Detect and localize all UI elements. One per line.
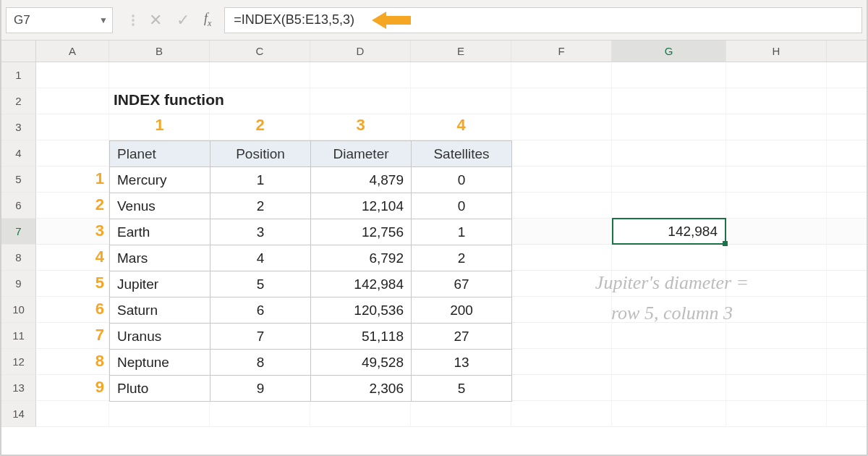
name-box-value: G7 [14, 13, 30, 28]
drag-handle-icon[interactable] [132, 14, 135, 26]
active-cell-value: 142,984 [668, 224, 718, 239]
cells-area[interactable] [36, 62, 867, 427]
row-header-12[interactable]: 12 [1, 349, 36, 375]
row-header-7[interactable]: 7 [1, 219, 36, 245]
grid-body: 1234567891011121314 [1, 62, 867, 427]
fx-icon[interactable]: fx [204, 11, 211, 29]
formula-input[interactable]: =INDEX(B5:E13,5,3) [224, 7, 862, 33]
formula-text: =INDEX(B5:E13,5,3) [234, 12, 354, 28]
column-header-H[interactable]: H [726, 41, 827, 62]
name-box-dropdown-icon[interactable]: ▼ [99, 15, 108, 25]
row-header-2[interactable]: 2 [1, 88, 36, 114]
column-header-D[interactable]: D [310, 41, 411, 62]
column-header-A[interactable]: A [36, 41, 109, 62]
row-header-4[interactable]: 4 [1, 140, 36, 166]
row-header-5[interactable]: 5 [1, 166, 36, 193]
row-header-10[interactable]: 10 [1, 297, 36, 323]
column-header-C[interactable]: C [210, 41, 310, 62]
row-headers: 1234567891011121314 [1, 62, 36, 427]
row-header-9[interactable]: 9 [1, 271, 36, 297]
column-header-G[interactable]: G [612, 41, 726, 62]
name-box[interactable]: G7 ▼ [6, 7, 113, 33]
row-header-14[interactable]: 14 [1, 401, 36, 427]
cancel-icon[interactable]: ✕ [149, 11, 162, 30]
select-all-corner[interactable] [1, 41, 36, 62]
row-header-6[interactable]: 6 [1, 193, 36, 219]
row-header-3[interactable]: 3 [1, 114, 36, 140]
row-header-8[interactable]: 8 [1, 245, 36, 271]
row-header-13[interactable]: 13 [1, 375, 36, 401]
row-header-1[interactable]: 1 [1, 62, 36, 88]
row-header-11[interactable]: 11 [1, 323, 36, 349]
column-headers: ABCDEFGH [1, 41, 867, 62]
formula-bar-controls: ✕ ✓ fx [113, 11, 221, 30]
column-header-F[interactable]: F [511, 41, 612, 62]
formula-bar: G7 ▼ ✕ ✓ fx =INDEX(B5:E13,5,3) [1, 0, 867, 41]
active-cell[interactable]: 142,984 [612, 218, 726, 245]
column-header-B[interactable]: B [109, 41, 210, 62]
enter-icon[interactable]: ✓ [176, 11, 190, 30]
column-header-E[interactable]: E [411, 41, 511, 62]
arrow-annotation-icon [372, 12, 411, 29]
